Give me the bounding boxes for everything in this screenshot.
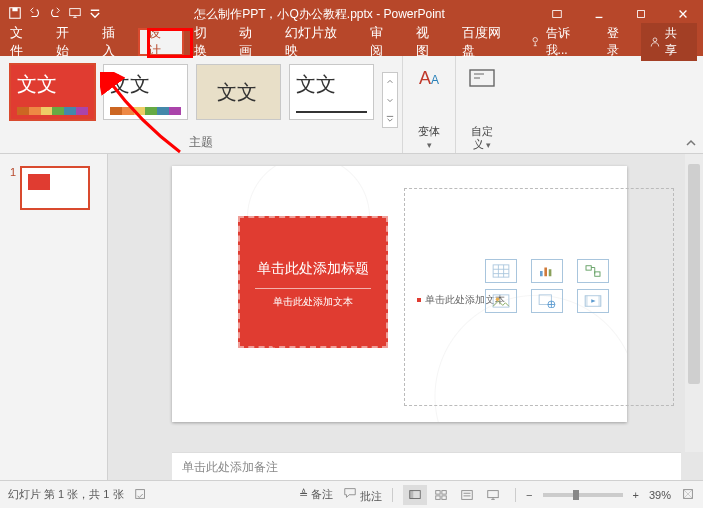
svg-rect-17 xyxy=(493,295,509,307)
insert-table-icon[interactable] xyxy=(485,259,517,283)
svg-rect-15 xyxy=(586,266,591,270)
variants-icon: AA xyxy=(413,62,445,94)
tab-home[interactable]: 开始 xyxy=(46,28,92,56)
document-title: 怎么制作PPT，小Q办公教程.pptx - PowerPoint xyxy=(102,6,537,23)
theme-text: 文文 xyxy=(17,71,57,98)
tab-review[interactable]: 审阅 xyxy=(360,28,406,56)
svg-point-7 xyxy=(653,38,657,42)
tab-transitions[interactable]: 切换 xyxy=(184,28,230,56)
view-sorter-button[interactable] xyxy=(429,485,453,505)
svg-rect-29 xyxy=(436,495,440,499)
theme-text: 文文 xyxy=(110,71,150,98)
comments-toggle-button[interactable]: 批注 xyxy=(343,486,382,504)
notes-toggle-button[interactable]: ≜ 备注 xyxy=(299,487,333,502)
ribbon-options-icon[interactable] xyxy=(537,0,577,28)
slide-thumbnails-pane[interactable]: 1 xyxy=(0,154,108,480)
slide-thumbnail[interactable] xyxy=(20,166,90,210)
variants-label: 变体 xyxy=(418,125,440,137)
collapse-ribbon-button[interactable] xyxy=(679,56,703,153)
svg-rect-1 xyxy=(12,7,17,11)
title-placeholder-box[interactable]: 单击此处添加标题 单击此处添加文本 xyxy=(238,216,388,348)
theme-gallery-expand[interactable] xyxy=(382,72,398,128)
tab-baidu[interactable]: 百度网盘 xyxy=(452,28,524,56)
svg-rect-14 xyxy=(549,269,552,276)
save-icon[interactable] xyxy=(8,6,22,23)
slide-editor-area[interactable]: 单击此处添加标题 单击此处添加文本 单击此处添加文本 单击此处添加备注 xyxy=(108,154,703,480)
insert-smartart-icon[interactable] xyxy=(577,259,609,283)
insert-chart-icon[interactable] xyxy=(531,259,563,283)
content-placeholder-box[interactable]: 单击此处添加文本 xyxy=(404,188,674,406)
notes-pane[interactable]: 单击此处添加备注 xyxy=(172,452,681,480)
tell-me-input[interactable]: 告诉我... xyxy=(524,25,598,59)
svg-rect-30 xyxy=(442,495,446,499)
insert-video-icon[interactable] xyxy=(577,289,609,313)
svg-rect-23 xyxy=(598,296,601,307)
tab-animations[interactable]: 动画 xyxy=(229,28,275,56)
zoom-in-button[interactable]: + xyxy=(633,489,639,501)
tab-file[interactable]: 文件 xyxy=(0,28,46,56)
notes-toggle-label: 备注 xyxy=(311,488,333,500)
theme-text: 文文 xyxy=(296,71,336,98)
subtitle-placeholder[interactable]: 单击此处添加文本 xyxy=(255,288,372,309)
view-reading-button[interactable] xyxy=(455,485,479,505)
comments-toggle-label: 批注 xyxy=(360,490,382,502)
chevron-down-icon: ▾ xyxy=(427,140,432,150)
thumbnail-preview xyxy=(28,174,50,190)
spellcheck-icon[interactable] xyxy=(134,487,148,503)
svg-rect-19 xyxy=(539,295,551,305)
slide-size-icon xyxy=(466,62,498,94)
theme-gallery[interactable]: 文文 文文 文文 文文 xyxy=(0,56,402,128)
svg-point-6 xyxy=(533,38,537,42)
svg-rect-31 xyxy=(462,490,473,499)
svg-rect-13 xyxy=(544,268,547,277)
svg-rect-22 xyxy=(585,296,588,307)
tab-view[interactable]: 视图 xyxy=(406,28,452,56)
svg-rect-27 xyxy=(436,490,440,494)
minimize-button[interactable] xyxy=(579,0,619,28)
theme-option[interactable]: 文文 xyxy=(196,64,281,120)
theme-option-selected[interactable]: 文文 xyxy=(10,64,95,120)
insert-picture-icon[interactable] xyxy=(485,289,517,313)
variants-button[interactable]: AA 变体▾ xyxy=(402,56,455,153)
zoom-slider[interactable] xyxy=(543,493,623,497)
svg-text:A: A xyxy=(431,73,439,87)
tab-slideshow[interactable]: 幻灯片放映 xyxy=(275,28,360,56)
theme-text: 文文 xyxy=(217,79,257,106)
view-slideshow-button[interactable] xyxy=(481,485,505,505)
svg-point-18 xyxy=(496,298,500,302)
chevron-down-icon: ▾ xyxy=(484,140,492,150)
customize-button[interactable]: 自定 义 ▾ xyxy=(455,56,508,153)
fit-to-window-button[interactable] xyxy=(681,487,695,503)
zoom-slider-knob[interactable] xyxy=(573,490,579,500)
slide-number: 1 xyxy=(10,166,16,210)
signin-button[interactable]: 登录 xyxy=(601,25,637,59)
zoom-percent[interactable]: 39% xyxy=(649,489,671,501)
svg-rect-28 xyxy=(442,490,446,494)
slide-canvas[interactable]: 单击此处添加标题 单击此处添加文本 单击此处添加文本 xyxy=(172,166,627,422)
title-placeholder[interactable]: 单击此处添加标题 xyxy=(243,256,383,282)
svg-rect-2 xyxy=(70,8,81,15)
view-normal-button[interactable] xyxy=(403,485,427,505)
svg-rect-3 xyxy=(553,11,562,18)
tell-me-label: 告诉我... xyxy=(546,25,592,59)
start-slideshow-icon[interactable] xyxy=(68,6,82,23)
scrollbar-thumb[interactable] xyxy=(688,164,700,384)
svg-rect-11 xyxy=(493,265,509,277)
qat-dropdown-icon[interactable] xyxy=(88,6,102,23)
svg-rect-16 xyxy=(595,272,600,276)
svg-rect-12 xyxy=(540,271,543,276)
vertical-scrollbar[interactable] xyxy=(685,154,703,452)
svg-rect-26 xyxy=(410,490,414,498)
theme-option[interactable]: 文文 xyxy=(103,64,188,120)
redo-icon[interactable] xyxy=(48,6,62,23)
svg-rect-5 xyxy=(638,11,645,18)
tab-design[interactable]: 设计 xyxy=(138,28,184,56)
themes-group-label: 主题 xyxy=(0,134,402,151)
theme-option[interactable]: 文文 xyxy=(289,64,374,120)
svg-rect-10 xyxy=(470,70,494,86)
insert-online-picture-icon[interactable] xyxy=(531,289,563,313)
zoom-out-button[interactable]: − xyxy=(526,489,532,501)
undo-icon[interactable] xyxy=(28,6,42,23)
tab-insert[interactable]: 插入 xyxy=(92,28,138,56)
share-label: 共享 xyxy=(665,25,689,59)
